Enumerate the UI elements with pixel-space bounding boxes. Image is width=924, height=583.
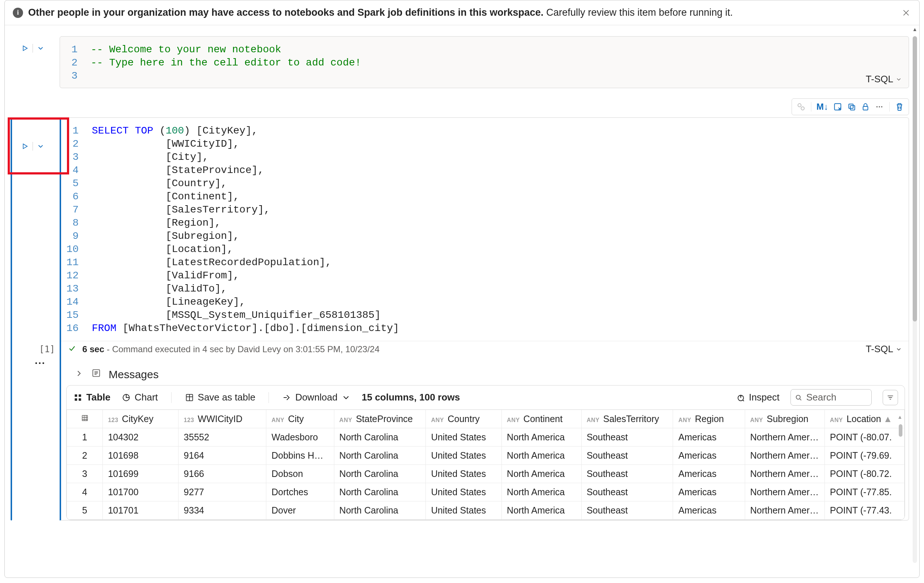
table-cell: North Carolina [334,465,426,483]
table-cell: POINT (-80.07. [825,428,904,446]
svg-point-8 [881,106,882,107]
cell-1-editor[interactable]: 123 -- Welcome to your new notebook-- Ty… [59,36,909,88]
table-cell: Dortches [266,483,334,501]
run-menu-button[interactable] [35,141,46,152]
results-scrollbar[interactable] [899,424,903,437]
results-table: 123CityKey123WWICityIDANYCityANYStatePro… [66,410,904,520]
table-cell: Northern Amer… [745,428,825,446]
table-cell: North Carolina [334,428,426,446]
results-inspect[interactable]: Inspect [736,392,779,403]
table-cell: North America [502,501,581,520]
results-save-as-table[interactable]: Save as table [185,392,256,403]
results-download[interactable]: Download [282,392,351,403]
results-column-header[interactable]: ANYSalesTerritory [581,410,673,428]
table-cell: North America [502,483,581,501]
table-cell: North America [502,428,581,446]
table-cell: Americas [673,428,745,446]
info-close-button[interactable] [901,8,911,18]
cell-toolbar: M↓ [792,99,909,115]
table-cell: POINT (-77.85. [825,483,904,501]
table-cell: Southeast [581,483,673,501]
table-row[interactable]: 110430235552WadesboroNorth CarolinaUnite… [67,428,904,446]
messages-label: Messages [109,368,159,381]
lock-cell-button[interactable] [858,100,873,114]
clear-output-button[interactable] [831,100,845,114]
results-column-header[interactable]: ANYContinent [502,410,581,428]
code-gen-copilot-icon[interactable] [794,100,808,114]
svg-rect-4 [850,106,855,110]
run-cell-button[interactable] [20,141,30,152]
svg-rect-3 [849,104,853,108]
table-cell: Northern Amer… [745,465,825,483]
table-cell: 101701 [103,501,178,520]
results-save-label: Save as table [198,392,256,403]
results-sort-indicator: ▲ [897,414,903,420]
table-cell: United States [426,501,502,520]
cell-1-language-picker[interactable]: T-SQL [866,74,902,85]
table-cell: Wadesboro [266,428,334,446]
info-banner: i Other people in your organization may … [5,0,919,25]
table-cell: Northern Amer… [745,446,825,465]
results-column-header[interactable]: 123WWICityID [178,410,266,428]
convert-to-markdown-button[interactable]: M↓ [814,100,831,114]
run-menu-button[interactable] [35,43,46,54]
results-column-header[interactable]: ANYRegion [673,410,745,428]
content-scrollbar[interactable]: ▲ [911,25,919,574]
table-cell: POINT (-77.43. [825,501,904,520]
table-cell: 9164 [178,446,266,465]
table-cell: United States [426,483,502,501]
results-column-header[interactable]: ANYLocation▲ [825,410,904,428]
table-cell: Americas [673,483,745,501]
svg-rect-18 [82,415,87,421]
results-search-input[interactable]: Search [790,389,872,406]
table-row[interactable]: 31016999166DobsonNorth CarolinaUnited St… [67,465,904,483]
svg-point-7 [879,106,880,107]
table-cell: United States [426,428,502,446]
table-cell: Southeast [581,501,673,520]
results-column-header[interactable]: 123CityKey [103,410,178,428]
more-actions-button[interactable] [873,100,886,114]
messages-row[interactable]: Messages [61,355,909,385]
table-row[interactable]: 41017009277DortchesNorth CarolinaUnited … [67,483,904,501]
results-shell: Table Chart Save as tab [66,385,905,520]
info-banner-rest: Carefully review this item before runnin… [544,7,733,18]
svg-point-0 [798,104,801,107]
table-cell: 101698 [103,446,178,465]
svg-rect-13 [79,398,81,401]
exec-status-row: [1] ··· 6 sec - Command executed in 4 se… [61,341,909,355]
cell-1: 123 -- Welcome to your new notebook-- Ty… [5,36,909,88]
results-column-header[interactable] [67,410,103,428]
cell-1-gutter [5,36,59,88]
run-cell-button[interactable] [20,43,30,54]
cell-2-gutter [5,117,59,520]
results-column-header[interactable]: ANYStateProvince [334,410,426,428]
results-column-header[interactable]: ANYCountry [426,410,502,428]
table-row[interactable]: 51017019334DoverNorth CarolinaUnited Sta… [67,501,904,520]
svg-point-17 [796,395,800,399]
copy-cell-button[interactable] [845,100,858,114]
results-filter-button[interactable] [883,390,898,405]
table-cell: POINT (-80.72. [825,465,904,483]
cell-more-actions[interactable]: ··· [35,357,45,369]
table-row[interactable]: 21016989164Dobbins H…North CarolinaUnite… [67,446,904,465]
table-cell: 9277 [178,483,266,501]
results-column-header[interactable]: ANYCity [266,410,334,428]
svg-point-6 [876,106,878,107]
table-cell: 9334 [178,501,266,520]
table-cell: United States [426,446,502,465]
results-tab-chart[interactable]: Chart [121,392,158,403]
svg-rect-12 [74,398,77,401]
results-tab-chart-label: Chart [135,392,158,403]
cell-2-language-picker[interactable]: T-SQL [866,343,902,355]
cell-1-code[interactable]: -- Welcome to your new notebook-- Type h… [86,43,909,83]
results-column-header[interactable]: ANYSubregion [745,410,825,428]
table-cell: North Carolina [334,446,426,465]
svg-point-1 [801,107,804,110]
exec-message-prefix: - Command executed in 4 sec by [104,344,238,354]
table-cell: United States [426,465,502,483]
cell-2-editor[interactable]: 12345678910111213141516 SELECT TOP (100)… [59,117,909,520]
delete-cell-button[interactable] [893,100,906,114]
cell-2-code[interactable]: SELECT TOP (100) [CityKey], [WWICityID],… [87,124,909,335]
results-tab-table[interactable]: Table [73,392,111,403]
exec-index-label: [1] [39,344,55,354]
